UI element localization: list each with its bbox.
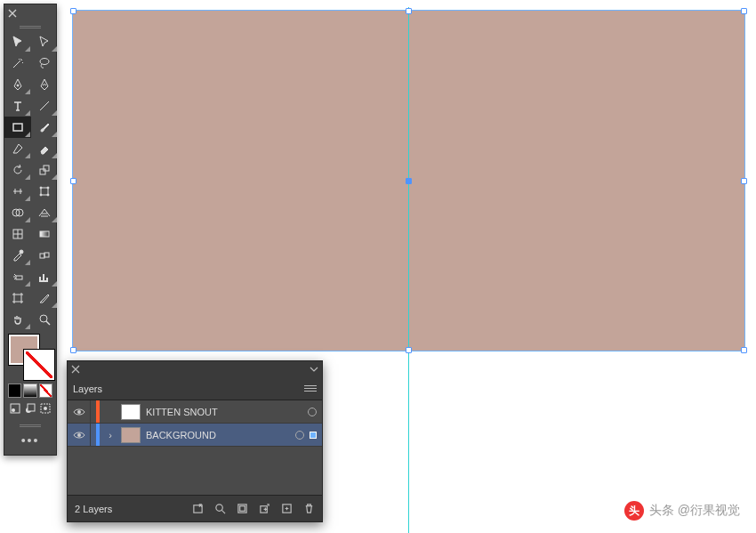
color-mode-row <box>4 382 56 400</box>
mesh-tool[interactable] <box>4 223 31 245</box>
clip-mask-icon[interactable] <box>237 503 248 514</box>
line-segment-tool[interactable] <box>31 95 58 117</box>
layers-panel-tabs: Layers <box>68 377 322 400</box>
selection-handle-tl[interactable] <box>70 8 76 14</box>
layer-color-strip <box>96 400 100 423</box>
layers-panel-titlebar[interactable] <box>68 361 322 377</box>
svg-rect-22 <box>11 404 20 413</box>
color-mode-none[interactable] <box>39 384 52 398</box>
symbol-sprayer-tool[interactable] <box>4 266 31 287</box>
svg-rect-5 <box>44 166 49 171</box>
shape-builder-tool[interactable] <box>4 202 31 223</box>
scale-tool[interactable] <box>31 159 58 181</box>
fill-stroke-swatches[interactable] <box>4 330 56 382</box>
selection-handle-mr[interactable] <box>741 178 747 184</box>
curvature-tool[interactable] <box>31 74 58 95</box>
selection-tool[interactable] <box>4 31 31 52</box>
color-mode-gradient[interactable] <box>23 384 36 398</box>
gradient-tool[interactable] <box>31 223 58 245</box>
trash-icon[interactable] <box>303 503 315 514</box>
tools-panel-grip[interactable] <box>4 22 56 31</box>
stroke-swatch[interactable] <box>24 350 54 380</box>
rotate-tool[interactable] <box>4 159 31 181</box>
direct-selection-tool[interactable] <box>31 31 58 52</box>
paintbrush-tool[interactable] <box>31 117 58 138</box>
svg-rect-25 <box>28 404 35 411</box>
width-tool[interactable] <box>4 181 31 202</box>
selection-handle-ml[interactable] <box>70 178 76 184</box>
svg-rect-17 <box>44 253 49 257</box>
layers-tab[interactable]: Layers <box>73 384 102 394</box>
blend-tool[interactable] <box>31 245 58 266</box>
pen-tool[interactable] <box>4 74 31 95</box>
svg-rect-4 <box>40 169 45 174</box>
target-icon[interactable] <box>295 431 304 440</box>
layers-panel: Layers KITTEN SNOUT › BACKGROUND 2 Layer… <box>67 360 323 522</box>
new-layer-icon[interactable] <box>281 503 293 514</box>
new-sublayer-icon[interactable] <box>259 503 270 514</box>
shaper-tool[interactable] <box>4 138 31 159</box>
rectangle-tool[interactable] <box>4 117 31 138</box>
layer-row-kitten-snout[interactable]: KITTEN SNOUT <box>68 400 322 424</box>
draw-normal-icon[interactable] <box>8 401 21 416</box>
type-tool[interactable] <box>4 95 31 117</box>
selection-handle-center[interactable] <box>406 178 412 184</box>
zoom-tool[interactable] <box>31 309 58 330</box>
selection-handle-bl[interactable] <box>70 347 76 353</box>
draw-inside-icon[interactable] <box>39 401 52 416</box>
free-transform-tool[interactable] <box>31 181 58 202</box>
selection-handle-tr[interactable] <box>741 8 747 14</box>
perspective-grid-tool[interactable] <box>31 202 58 223</box>
layer-color-strip <box>96 424 100 446</box>
target-icon[interactable] <box>308 408 317 416</box>
layer-name[interactable]: KITTEN SNOUT <box>146 407 302 417</box>
svg-line-2 <box>40 101 49 110</box>
edit-toolbar-button[interactable]: ••• <box>4 430 56 455</box>
close-icon[interactable] <box>8 9 17 18</box>
tools-grid <box>4 31 56 330</box>
close-icon[interactable] <box>71 365 80 374</box>
svg-point-8 <box>47 187 49 189</box>
color-mode-solid[interactable] <box>8 384 21 398</box>
visibility-toggle[interactable] <box>68 400 91 423</box>
watermark: 头 头条 @衍果视觉 <box>624 501 740 521</box>
export-icon[interactable] <box>192 503 204 514</box>
column-graph-tool[interactable] <box>31 266 58 287</box>
svg-point-15 <box>20 250 23 254</box>
panel-menu-icon[interactable] <box>304 385 317 392</box>
hand-tool[interactable] <box>4 309 31 330</box>
svg-rect-18 <box>16 276 22 279</box>
draw-behind-icon[interactable] <box>23 401 36 416</box>
magic-wand-tool[interactable] <box>4 52 31 74</box>
tools-panel: ••• <box>4 4 57 456</box>
locate-icon[interactable] <box>214 503 226 514</box>
eraser-tool[interactable] <box>31 138 58 159</box>
layers-count: 2 Layers <box>75 504 112 514</box>
svg-point-0 <box>40 59 49 65</box>
collapse-icon[interactable] <box>310 365 318 374</box>
svg-point-23 <box>12 408 15 412</box>
svg-rect-6 <box>41 188 48 195</box>
lasso-tool[interactable] <box>31 52 58 74</box>
selection-handle-bm[interactable] <box>406 347 412 353</box>
tools-divider <box>4 421 56 430</box>
expand-toggle[interactable]: › <box>105 430 116 440</box>
slice-tool[interactable] <box>31 287 58 309</box>
selection-handle-tm[interactable] <box>406 8 412 14</box>
vertical-guide[interactable] <box>408 7 409 533</box>
draw-mode-row <box>4 400 56 421</box>
watermark-text: 头条 @衍果视觉 <box>649 503 740 519</box>
svg-point-9 <box>40 194 42 196</box>
tools-panel-header[interactable] <box>4 4 56 22</box>
visibility-toggle[interactable] <box>68 424 91 446</box>
svg-rect-19 <box>14 295 21 302</box>
layer-row-background[interactable]: › BACKGROUND <box>68 424 322 447</box>
layers-list: KITTEN SNOUT › BACKGROUND <box>68 400 322 495</box>
svg-rect-3 <box>13 124 22 131</box>
artboard-tool[interactable] <box>4 287 31 309</box>
svg-point-29 <box>77 433 81 437</box>
layer-name[interactable]: BACKGROUND <box>146 430 290 440</box>
selection-handle-br[interactable] <box>741 347 747 353</box>
eyedropper-tool[interactable] <box>4 245 31 266</box>
svg-point-7 <box>40 187 42 189</box>
